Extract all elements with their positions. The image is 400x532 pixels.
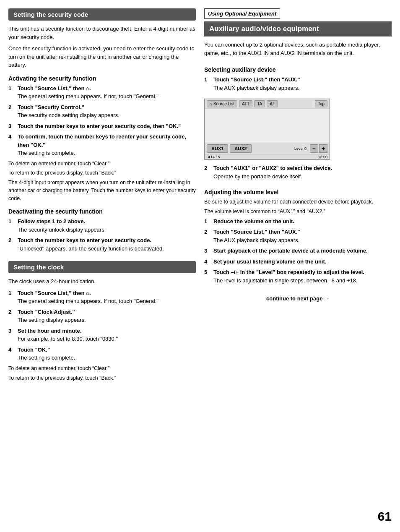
aux1-btn[interactable]: AUX1 [207,144,228,153]
aux-display: ⌂ Source List ATT TA AF Top AUX1 AUX2 Le… [204,99,330,160]
step-title: Touch "AUX1" or "AUX2" to select the dev… [213,165,332,171]
select-step-1: 1 Touch "Source List," then "AUX." The A… [204,76,392,92]
step-num: 2 [8,236,16,245]
step-num: 1 [204,76,212,84]
selecting-heading: Selecting auxiliary device [204,66,392,73]
step-num: 1 [204,217,212,226]
step-title: To confirm, touch the number keys to ree… [18,133,186,148]
step-num: 2 [8,103,16,112]
top-btn[interactable]: Top [315,100,327,107]
level-label: Level 0 [294,146,306,151]
select-step-2: 2 Touch "AUX1" or "AUX2" to select the d… [204,164,392,180]
aux-top-bar: ⌂ Source List ATT TA AF Top [205,99,330,109]
step-num: 4 [8,346,16,354]
adjusting-intro1: Be sure to adjust the volume for each co… [204,198,392,206]
clock-step-3: 3 Set the hour and minute. For example, … [8,327,196,343]
right-column: Using Optional Equipment Auxiliary audio… [204,8,392,524]
aux-controls: – + [310,144,327,153]
adjust-step-5: 5 Touch –/+ in the "Level" box repeatedl… [204,268,392,284]
time-label: 12:00 [318,155,327,159]
clock-note1: To delete an entered number, touch “Clea… [8,365,196,373]
step-num: 1 [8,289,16,297]
source-list-btn[interactable]: ⌂ Source List [207,100,237,107]
step-title: Start playback of the portable device at… [213,248,368,254]
step-num: 4 [8,133,16,141]
step-desc: The general setting menu appears. If not… [18,298,158,304]
security-intro2: Once the security function is activated,… [8,44,196,69]
deactivating-heading: Deactivating the security function [8,208,196,215]
step-title: Touch –/+ in the "Level" box repeatedly … [213,269,364,275]
step-num: 1 [8,217,16,226]
step-title: Touch "OK." [18,347,50,353]
aux-section-header: Auxiliary audio/video equipment [204,21,392,37]
step-desc: Operate by the portable device itself. [213,173,302,180]
ta-btn[interactable]: TA [254,100,265,107]
page-number: 61 [204,501,392,524]
af-btn[interactable]: AF [267,100,278,107]
step-title: Touch the number keys to enter your secu… [18,237,151,243]
clock-step-4: 4 Touch "OK." The setting is complete. [8,346,196,362]
step-num: 3 [8,122,16,130]
att-btn[interactable]: ATT [239,100,252,107]
activate-step-2: 2 Touch "Security Control." The security… [8,103,196,120]
clock-step-2: 2 Touch "Clock Adjust." The setting disp… [8,308,196,324]
clock-header: Setting the clock [8,261,196,273]
step-desc: The AUX playback display appears. [213,237,299,243]
step-num: 2 [204,164,212,172]
home-icon: ⌂ [210,102,212,106]
aux-bottom-bar: AUX1 AUX2 Level 0 – + [205,143,330,154]
page: Setting the security code This unit has … [0,0,400,532]
step-num: 1 [8,84,16,93]
security-code-header: Setting the security code [8,8,196,21]
activate-extra: The 4-digit input prompt appears when yo… [8,179,196,202]
activate-note1: To delete an entered number, touch “Clea… [8,160,196,168]
right-col-wrapper: Using Optional Equipment Auxiliary audio… [204,8,392,524]
step-desc: The general setting menu appears. If not… [18,93,158,99]
step-title: Set the hour and minute. [18,328,81,334]
step-title: Touch "Source List," then "AUX." [213,229,300,235]
activating-heading: Activating the security function [8,75,196,82]
deactivate-step-1: 1 Follow steps 1 to 2 above. The securit… [8,217,196,234]
step-desc: The setting is complete. [18,150,75,156]
aux-intro: You can connect up to 2 optional devices… [204,41,392,57]
step-num: 5 [204,268,212,276]
step-num: 2 [8,308,16,316]
step-title: Reduce the volume on the unit. [213,218,294,224]
adjust-step-2: 2 Touch "Source List," then "AUX." The A… [204,228,392,244]
step-title: Touch "Clock Adjust." [18,309,75,315]
step-desc: The security unlock display appears. [18,227,106,233]
step-num: 4 [204,258,212,266]
clock-note2: To return to the previous display, touch… [8,374,196,382]
step-desc: The setting is complete. [18,355,75,361]
aux2-btn[interactable]: AUX2 [230,144,251,153]
step-desc: The level is adjustable in single steps,… [213,277,358,284]
aux-body [205,109,330,143]
continue-text: continue to next page → [204,295,392,302]
clock-intro: The clock uses a 24-hour indication. [8,277,196,286]
step-title: Follow steps 1 to 2 above. [18,218,85,224]
step-title: Touch "Source List," then ⌂. [18,85,91,91]
step-desc: The AUX playback display appears. [213,85,299,91]
step-title: Touch "Source List," then ⌂. [18,290,91,296]
deactivate-step-2: 2 Touch the number keys to enter your se… [8,236,196,253]
step-num: 3 [204,247,212,255]
adjusting-intro2: The volume level is common to “AUX1” and… [204,208,392,216]
step-title: Touch "Security Control." [18,104,84,110]
adjust-step-4: 4 Set your usual listening volume on the… [204,258,392,266]
step-title: Touch "Source List," then "AUX." [213,76,300,83]
plus-btn[interactable]: + [319,144,327,153]
adjust-step-1: 1 Reduce the volume on the unit. [204,217,392,226]
minus-btn[interactable]: – [310,144,318,153]
track-label: ◄14 15 [207,155,220,159]
security-intro1: This unit has a security function to dis… [8,25,196,41]
step-desc: The setting display appears. [18,317,86,323]
adjust-step-3: 3 Start playback of the portable device … [204,247,392,255]
step-num: 2 [204,228,212,236]
step-num: 3 [8,327,16,335]
step-title: Touch the number keys to enter your secu… [18,123,181,129]
activate-note2: To return to the previous display, touch… [8,169,196,177]
activate-step-4: 4 To confirm, touch the number keys to r… [8,133,196,157]
step-desc: For example, to set to 8:30, touch "0830… [18,336,118,342]
aux-footer: ◄14 15 12:00 [205,154,330,159]
adjusting-heading: Adjusting the volume level [204,189,392,196]
